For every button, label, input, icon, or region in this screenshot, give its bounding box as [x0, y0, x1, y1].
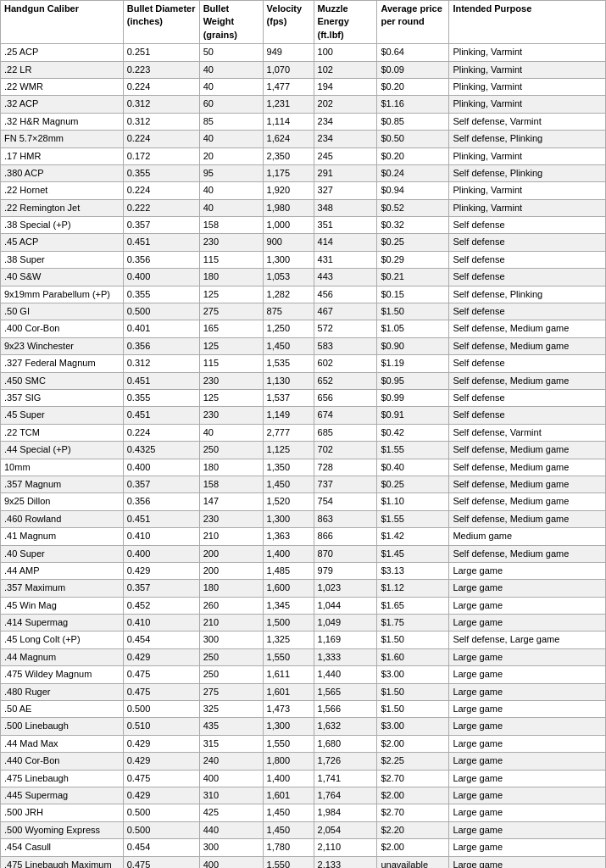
cell-42-3: 1,400 [263, 770, 314, 787]
cell-14-5: $0.15 [377, 286, 449, 303]
cell-19-2: 230 [199, 372, 263, 389]
cell-28-1: 0.410 [123, 528, 199, 545]
cell-39-4: 1,632 [314, 718, 377, 735]
cell-44-2: 425 [199, 804, 263, 821]
cell-43-5: $2.00 [377, 787, 449, 804]
cell-1-4: 102 [314, 61, 377, 78]
cell-26-6: Self defense, Medium game [449, 493, 606, 510]
cell-37-4: 1,565 [314, 683, 377, 700]
cell-24-2: 180 [199, 459, 263, 476]
table-row: 10mm0.4001801,350728$0.40Self defense, M… [1, 459, 606, 476]
cell-23-2: 250 [199, 442, 263, 459]
cell-46-2: 300 [199, 839, 263, 856]
cell-23-4: 702 [314, 442, 377, 459]
cell-43-1: 0.429 [123, 787, 199, 804]
cell-35-2: 250 [199, 648, 263, 665]
cell-10-2: 158 [199, 217, 263, 234]
cell-46-5: $2.00 [377, 839, 449, 856]
cell-35-4: 1,333 [314, 648, 377, 665]
cell-19-3: 1,130 [263, 372, 314, 389]
cell-45-5: $2.20 [377, 821, 449, 838]
cell-35-1: 0.429 [123, 648, 199, 665]
cell-37-6: Large game [449, 683, 606, 700]
cell-13-4: 443 [314, 269, 377, 286]
cell-26-0: 9x25 Dillon [1, 493, 124, 510]
cell-18-4: 602 [314, 355, 377, 372]
cell-15-0: .50 GI [1, 303, 124, 320]
cell-33-0: .414 Supermag [1, 615, 124, 632]
cell-19-6: Self defense, Medium game [449, 372, 606, 389]
cell-31-3: 1,600 [263, 580, 314, 597]
cell-5-5: $0.50 [377, 131, 449, 147]
table-row: .500 JRH0.5004251,4501,984$2.70Large gam… [1, 804, 606, 821]
cell-44-6: Large game [449, 804, 606, 821]
cell-32-1: 0.452 [123, 597, 199, 614]
cell-36-6: Large game [449, 666, 606, 683]
cell-16-6: Self defense, Medium game [449, 320, 606, 337]
cell-22-2: 40 [199, 424, 263, 441]
cell-31-6: Large game [449, 580, 606, 597]
cell-5-4: 234 [314, 131, 377, 147]
cell-9-0: .22 Remington Jet [1, 199, 124, 216]
table-row: .40 S&W0.4001801,053443$0.21Self defense [1, 269, 606, 286]
cell-29-3: 1,400 [263, 545, 314, 562]
table-row: .500 Linebaugh0.5104351,3001,632$3.00Lar… [1, 718, 606, 735]
table-row: .50 GI0.500275875467$1.50Self defense [1, 303, 606, 320]
cell-27-0: .460 Rowland [1, 510, 124, 527]
cell-42-4: 1,741 [314, 770, 377, 787]
table-row: 9x23 Winchester0.3561251,450583$0.90Self… [1, 337, 606, 354]
cell-8-4: 327 [314, 182, 377, 199]
cell-14-2: 125 [199, 286, 263, 303]
cell-35-6: Large game [449, 648, 606, 665]
table-row: .380 ACP0.355951,175291$0.24Self defense… [1, 164, 606, 181]
cell-25-6: Self defense, Medium game [449, 476, 606, 492]
cell-38-2: 325 [199, 701, 263, 718]
cell-7-1: 0.355 [123, 164, 199, 181]
cell-45-3: 1,450 [263, 821, 314, 838]
table-row: .357 SIG0.3551251,537656$0.99Self defens… [1, 389, 606, 406]
table-row: .38 Special (+P)0.3571581,000351$0.32Sel… [1, 217, 606, 234]
cell-3-5: $1.16 [377, 96, 449, 113]
cell-6-3: 2,350 [263, 147, 314, 164]
cell-44-4: 1,984 [314, 804, 377, 821]
cell-8-6: Plinking, Varmint [449, 182, 606, 199]
cell-39-5: $3.00 [377, 718, 449, 735]
cell-8-5: $0.94 [377, 182, 449, 199]
cell-20-3: 1,537 [263, 389, 314, 406]
cell-32-2: 260 [199, 597, 263, 614]
cell-12-2: 115 [199, 251, 263, 268]
table-row: .22 Hornet0.224401,920327$0.94Plinking, … [1, 182, 606, 199]
table-row: .25 ACP0.25150949100$0.64Plinking, Varmi… [1, 44, 606, 61]
cell-13-0: .40 S&W [1, 269, 124, 286]
cell-34-2: 300 [199, 632, 263, 648]
cell-39-0: .500 Linebaugh [1, 718, 124, 735]
cell-15-5: $1.50 [377, 303, 449, 320]
cell-0-5: $0.64 [377, 44, 449, 61]
cell-24-3: 1,350 [263, 459, 314, 476]
cell-32-5: $1.65 [377, 597, 449, 614]
cell-21-1: 0.451 [123, 407, 199, 424]
table-row: .500 Wyoming Express0.5004401,4502,054$2… [1, 821, 606, 838]
table-row: .475 Linebaugh Maximum0.4754001,5502,133… [1, 856, 606, 868]
cell-10-5: $0.32 [377, 217, 449, 234]
cell-42-1: 0.475 [123, 770, 199, 787]
cell-2-0: .22 WMR [1, 78, 124, 95]
cell-13-2: 180 [199, 269, 263, 286]
cell-33-1: 0.410 [123, 615, 199, 632]
cell-20-5: $0.99 [377, 389, 449, 406]
table-row: .480 Ruger0.4752751,6011,565$1.50Large g… [1, 683, 606, 700]
cell-14-1: 0.355 [123, 286, 199, 303]
cell-43-0: .445 Supermag [1, 787, 124, 804]
cell-8-2: 40 [199, 182, 263, 199]
cell-29-0: .40 Super [1, 545, 124, 562]
cell-17-0: 9x23 Winchester [1, 337, 124, 354]
cell-26-1: 0.356 [123, 493, 199, 510]
cell-34-1: 0.454 [123, 632, 199, 648]
cell-21-5: $0.91 [377, 407, 449, 424]
table-row: .450 SMC0.4512301,130652$0.95Self defens… [1, 372, 606, 389]
table-row: .44 Mad Max0.4293151,5501,680$2.00Large … [1, 735, 606, 752]
column-header-1: Bullet Diameter(inches) [123, 1, 199, 44]
table-row: .41 Magnum0.4102101,363866$1.42Medium ga… [1, 528, 606, 545]
cell-4-2: 85 [199, 113, 263, 130]
cell-23-1: 0.4325 [123, 442, 199, 459]
